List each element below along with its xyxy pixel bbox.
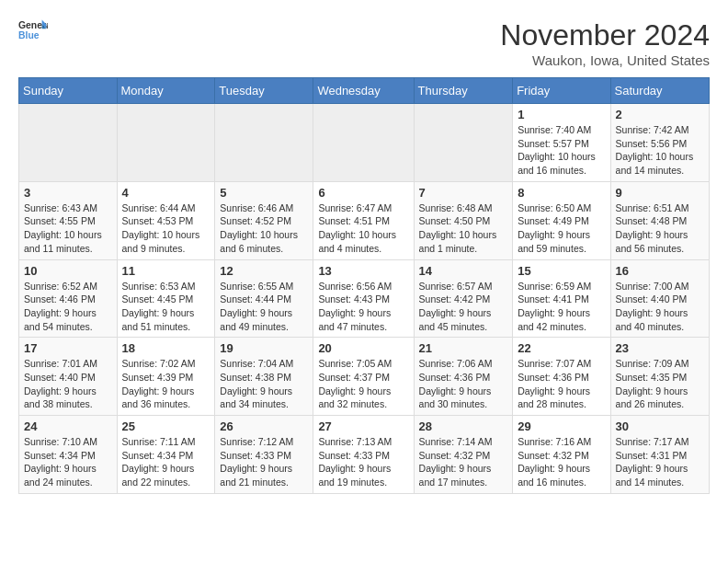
- day-info: Sunrise: 7:40 AMSunset: 5:57 PMDaylight:…: [518, 123, 605, 178]
- calendar-cell: 19Sunrise: 7:04 AMSunset: 4:38 PMDayligh…: [215, 338, 313, 416]
- day-number: 16: [616, 264, 704, 278]
- calendar-cell: [19, 104, 118, 182]
- location-subtitle: Waukon, Iowa, United States: [500, 52, 710, 68]
- day-info: Sunrise: 6:47 AMSunset: 4:51 PMDaylight:…: [318, 201, 408, 256]
- day-info: Sunrise: 6:46 AMSunset: 4:52 PMDaylight:…: [220, 201, 308, 256]
- day-number: 2: [616, 108, 704, 121]
- day-info: Sunrise: 6:55 AMSunset: 4:44 PMDaylight:…: [220, 280, 308, 334]
- calendar-cell: 18Sunrise: 7:02 AMSunset: 4:39 PMDayligh…: [117, 338, 215, 416]
- day-info: Sunrise: 7:01 AMSunset: 4:40 PMDaylight:…: [24, 357, 112, 411]
- day-number: 14: [419, 264, 508, 278]
- day-number: 7: [419, 186, 508, 200]
- day-number: 29: [518, 419, 605, 433]
- svg-text:Blue: Blue: [18, 30, 40, 40]
- day-info: Sunrise: 7:02 AMSunset: 4:39 PMDaylight:…: [122, 357, 210, 411]
- calendar-cell: 4Sunrise: 6:44 AMSunset: 4:53 PMDaylight…: [117, 181, 215, 259]
- logo-icon: General Blue: [18, 18, 48, 44]
- calendar-cell: 10Sunrise: 6:52 AMSunset: 4:46 PMDayligh…: [19, 259, 118, 338]
- calendar-cell: [313, 104, 414, 182]
- calendar-cell: [117, 104, 215, 182]
- day-number: 13: [318, 264, 408, 278]
- calendar-header-row: SundayMondayTuesdayWednesdayThursdayFrid…: [19, 78, 710, 104]
- day-number: 21: [419, 341, 508, 355]
- day-number: 1: [518, 108, 605, 121]
- calendar-table: SundayMondayTuesdayWednesdayThursdayFrid…: [18, 77, 710, 494]
- week-row-4: 17Sunrise: 7:01 AMSunset: 4:40 PMDayligh…: [19, 338, 710, 416]
- calendar-cell: 21Sunrise: 7:06 AMSunset: 4:36 PMDayligh…: [414, 338, 513, 416]
- day-number: 12: [220, 264, 308, 278]
- calendar-cell: 24Sunrise: 7:10 AMSunset: 4:34 PMDayligh…: [19, 416, 118, 494]
- day-header-monday: Monday: [117, 78, 215, 104]
- calendar-cell: 23Sunrise: 7:09 AMSunset: 4:35 PMDayligh…: [610, 338, 709, 416]
- day-info: Sunrise: 7:09 AMSunset: 4:35 PMDaylight:…: [616, 357, 704, 411]
- calendar-cell: 13Sunrise: 6:56 AMSunset: 4:43 PMDayligh…: [313, 259, 414, 338]
- day-number: 15: [518, 264, 605, 278]
- day-info: Sunrise: 7:11 AMSunset: 4:34 PMDaylight:…: [122, 435, 210, 489]
- month-title: November 2024: [500, 18, 710, 52]
- day-header-tuesday: Tuesday: [215, 78, 313, 104]
- day-info: Sunrise: 7:17 AMSunset: 4:31 PMDaylight:…: [616, 435, 704, 489]
- calendar-cell: 1Sunrise: 7:40 AMSunset: 5:57 PMDaylight…: [513, 104, 610, 182]
- calendar-cell: 25Sunrise: 7:11 AMSunset: 4:34 PMDayligh…: [117, 416, 215, 494]
- calendar-cell: 30Sunrise: 7:17 AMSunset: 4:31 PMDayligh…: [610, 416, 709, 494]
- day-info: Sunrise: 6:52 AMSunset: 4:46 PMDaylight:…: [24, 280, 112, 334]
- calendar-cell: 16Sunrise: 7:00 AMSunset: 4:40 PMDayligh…: [610, 259, 709, 338]
- day-number: 30: [616, 419, 704, 433]
- day-info: Sunrise: 7:07 AMSunset: 4:36 PMDaylight:…: [518, 357, 605, 411]
- calendar-cell: 2Sunrise: 7:42 AMSunset: 5:56 PMDaylight…: [610, 104, 709, 182]
- day-number: 11: [122, 264, 210, 278]
- day-info: Sunrise: 6:44 AMSunset: 4:53 PMDaylight:…: [122, 201, 210, 256]
- day-number: 9: [616, 186, 704, 200]
- title-area: November 2024 Waukon, Iowa, United State…: [500, 18, 710, 68]
- day-info: Sunrise: 6:59 AMSunset: 4:41 PMDaylight:…: [518, 280, 605, 334]
- day-number: 3: [24, 186, 112, 200]
- day-info: Sunrise: 6:57 AMSunset: 4:42 PMDaylight:…: [419, 280, 508, 334]
- day-info: Sunrise: 6:43 AMSunset: 4:55 PMDaylight:…: [24, 201, 112, 256]
- day-info: Sunrise: 7:14 AMSunset: 4:32 PMDaylight:…: [419, 435, 508, 489]
- calendar-cell: 22Sunrise: 7:07 AMSunset: 4:36 PMDayligh…: [513, 338, 610, 416]
- calendar-cell: 5Sunrise: 6:46 AMSunset: 4:52 PMDaylight…: [215, 181, 313, 259]
- calendar-cell: 17Sunrise: 7:01 AMSunset: 4:40 PMDayligh…: [19, 338, 118, 416]
- calendar-cell: 8Sunrise: 6:50 AMSunset: 4:49 PMDaylight…: [513, 181, 610, 259]
- calendar-cell: [414, 104, 513, 182]
- day-number: 25: [122, 419, 210, 433]
- day-number: 27: [318, 419, 408, 433]
- day-info: Sunrise: 7:00 AMSunset: 4:40 PMDaylight:…: [616, 280, 704, 334]
- day-info: Sunrise: 7:10 AMSunset: 4:34 PMDaylight:…: [24, 435, 112, 489]
- day-header-friday: Friday: [513, 78, 610, 104]
- week-row-2: 3Sunrise: 6:43 AMSunset: 4:55 PMDaylight…: [19, 181, 710, 259]
- day-number: 8: [518, 186, 605, 200]
- day-number: 22: [518, 341, 605, 355]
- day-number: 20: [318, 341, 408, 355]
- calendar-cell: [215, 104, 313, 182]
- calendar-cell: 6Sunrise: 6:47 AMSunset: 4:51 PMDaylight…: [313, 181, 414, 259]
- day-header-sunday: Sunday: [19, 78, 118, 104]
- day-info: Sunrise: 6:48 AMSunset: 4:50 PMDaylight:…: [419, 201, 508, 256]
- day-number: 28: [419, 419, 508, 433]
- day-number: 18: [122, 341, 210, 355]
- day-number: 23: [616, 341, 704, 355]
- day-info: Sunrise: 7:12 AMSunset: 4:33 PMDaylight:…: [220, 435, 308, 489]
- day-info: Sunrise: 6:53 AMSunset: 4:45 PMDaylight:…: [122, 280, 210, 334]
- week-row-3: 10Sunrise: 6:52 AMSunset: 4:46 PMDayligh…: [19, 259, 710, 338]
- day-info: Sunrise: 6:50 AMSunset: 4:49 PMDaylight:…: [518, 201, 605, 256]
- day-info: Sunrise: 7:16 AMSunset: 4:32 PMDaylight:…: [518, 435, 605, 489]
- day-number: 26: [220, 419, 308, 433]
- calendar-cell: 29Sunrise: 7:16 AMSunset: 4:32 PMDayligh…: [513, 416, 610, 494]
- day-info: Sunrise: 7:06 AMSunset: 4:36 PMDaylight:…: [419, 357, 508, 411]
- calendar-cell: 12Sunrise: 6:55 AMSunset: 4:44 PMDayligh…: [215, 259, 313, 338]
- day-number: 5: [220, 186, 308, 200]
- calendar-cell: 7Sunrise: 6:48 AMSunset: 4:50 PMDaylight…: [414, 181, 513, 259]
- day-info: Sunrise: 6:56 AMSunset: 4:43 PMDaylight:…: [318, 280, 408, 334]
- day-number: 10: [24, 264, 112, 278]
- day-number: 4: [122, 186, 210, 200]
- calendar-cell: 9Sunrise: 6:51 AMSunset: 4:48 PMDaylight…: [610, 181, 709, 259]
- week-row-5: 24Sunrise: 7:10 AMSunset: 4:34 PMDayligh…: [19, 416, 710, 494]
- header: General Blue November 2024 Waukon, Iowa,…: [18, 18, 710, 68]
- calendar-cell: 3Sunrise: 6:43 AMSunset: 4:55 PMDaylight…: [19, 181, 118, 259]
- day-number: 6: [318, 186, 408, 200]
- logo: General Blue: [18, 18, 48, 44]
- calendar-cell: 28Sunrise: 7:14 AMSunset: 4:32 PMDayligh…: [414, 416, 513, 494]
- day-info: Sunrise: 7:42 AMSunset: 5:56 PMDaylight:…: [616, 123, 704, 178]
- day-number: 19: [220, 341, 308, 355]
